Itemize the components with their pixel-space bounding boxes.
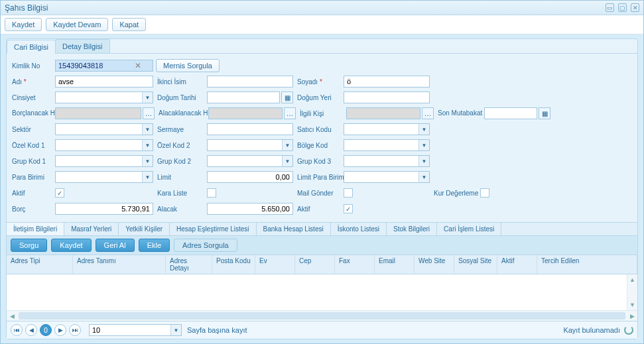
subtab-masraf[interactable]: Masraf Yerleri — [64, 223, 119, 235]
calendar-icon[interactable]: ▦ — [281, 91, 293, 103]
sektor-select[interactable] — [55, 123, 153, 135]
maximize-icon[interactable]: ▢ — [618, 3, 627, 12]
pager-current-page[interactable]: 0 — [40, 324, 52, 336]
save-button[interactable]: Kaydet — [5, 18, 42, 31]
col-sosyal-site[interactable]: Sosyal Site — [454, 255, 497, 274]
page-size-select[interactable] — [89, 324, 182, 336]
form-area: Kimlik No ✕ Mernis Sorgula Adı İkinci İs… — [7, 54, 637, 222]
scroll-down-icon[interactable]: ▼ — [627, 300, 637, 310]
kara-checkbox[interactable] — [207, 188, 216, 198]
close-icon[interactable]: ✕ — [631, 3, 639, 12]
limit-para-select[interactable] — [344, 171, 430, 183]
subtab-stok[interactable]: Stok Bilgileri — [387, 223, 437, 235]
col-email[interactable]: Email — [375, 255, 415, 274]
sorgu-button[interactable]: Sorgu — [11, 239, 47, 252]
chevron-down-icon[interactable]: ▼ — [142, 172, 153, 182]
scroll-up-icon[interactable]: ▲ — [627, 274, 637, 285]
subtab-hesap[interactable]: Hesap Eşleştirme Listesi — [170, 223, 256, 235]
grup3-select[interactable] — [344, 155, 430, 167]
pager-last-button[interactable]: ⏭ — [69, 324, 81, 336]
alacak-input[interactable] — [207, 203, 293, 215]
adres-sorgula-button[interactable]: Adres Sorgula — [174, 239, 237, 252]
minimize-icon[interactable]: ▭ — [606, 3, 614, 12]
limit-input[interactable] — [207, 171, 293, 183]
col-posta-kodu[interactable]: Posta Kodu — [212, 255, 255, 274]
kara-label: Kara Liste — [157, 190, 207, 197]
chevron-down-icon[interactable]: ▼ — [282, 156, 292, 166]
chevron-down-icon[interactable]: ▼ — [419, 156, 429, 166]
mernis-button[interactable]: Mernis Sorgula — [156, 59, 220, 72]
mutabakat-input[interactable] — [484, 107, 537, 119]
dogum-tarihi-input[interactable] — [207, 91, 280, 103]
chevron-down-icon[interactable]: ▼ — [419, 172, 429, 182]
cinsiyet-select[interactable] — [55, 91, 153, 103]
alacaklanacak-lookup-button[interactable]: … — [284, 107, 296, 119]
calendar-icon[interactable]: ▦ — [539, 107, 550, 119]
chevron-down-icon[interactable]: ▼ — [142, 140, 153, 150]
scroll-left-icon[interactable]: ◀ — [7, 311, 17, 321]
pager-first-button[interactable]: ⏮ — [11, 324, 23, 336]
chevron-down-icon[interactable]: ▼ — [142, 156, 153, 166]
col-cep[interactable]: Cep — [295, 255, 335, 274]
subtab-yetkili[interactable]: Yetkili Kişiler — [119, 223, 170, 235]
mail-checkbox[interactable] — [344, 188, 353, 198]
subtab-iskonto[interactable]: İskonto Listesi — [331, 223, 387, 235]
grup2-label: Grup Kod 2 — [157, 158, 207, 165]
ozel1-select[interactable] — [55, 139, 153, 151]
ozel2-select[interactable] — [207, 139, 293, 151]
dogum-yeri-input[interactable] — [344, 91, 430, 103]
col-web-site[interactable]: Web Site — [415, 255, 454, 274]
subtab-islem[interactable]: Cari İşlem Listesi — [437, 223, 501, 235]
chevron-down-icon[interactable]: ▼ — [419, 140, 429, 150]
grup1-select[interactable] — [55, 155, 153, 167]
col-adres-detayi[interactable]: Adres Detayı — [166, 255, 212, 274]
aktif2-checkbox[interactable]: ✓ — [344, 204, 353, 213]
sermaye-input[interactable] — [207, 123, 293, 135]
ekle-button[interactable]: Ekle — [139, 239, 170, 252]
tab-detay[interactable]: Detay Bilgisi — [55, 39, 110, 53]
clear-icon[interactable]: ✕ — [135, 61, 141, 70]
close-button[interactable]: Kapat — [112, 18, 146, 31]
col-fax[interactable]: Fax — [335, 255, 375, 274]
subtab-iletisim[interactable]: İletişim Bilgileri — [7, 223, 64, 235]
col-aktif[interactable]: Aktif — [497, 255, 537, 274]
horizontal-scrollbar[interactable]: ◀ ▶ — [7, 310, 637, 321]
col-ev[interactable]: Ev — [255, 255, 295, 274]
scroll-thumb[interactable] — [19, 312, 625, 319]
aktif-checkbox[interactable]: ✓ — [55, 188, 64, 198]
para-select[interactable] — [55, 171, 153, 183]
chevron-down-icon[interactable]: ▼ — [142, 124, 153, 135]
col-adres-tanimi[interactable]: Adres Tanımı — [73, 255, 166, 274]
mutabakat-label: Son Mutabakat Tarihi — [438, 110, 484, 117]
pager-next-button[interactable]: ▶ — [54, 324, 66, 336]
ilgili-input — [346, 107, 420, 119]
grup2-select[interactable] — [207, 155, 293, 167]
geri-button[interactable]: Geri Al — [96, 239, 135, 252]
col-tercih-edilen[interactable]: Tercih Edilen — [537, 255, 637, 274]
kur-checkbox[interactable] — [480, 188, 489, 198]
borc-input[interactable] — [55, 203, 153, 215]
bolge-select[interactable] — [344, 139, 430, 151]
adi-input[interactable] — [55, 76, 153, 87]
soyadi-input[interactable] — [344, 76, 430, 87]
kimlik-label: Kimlik No — [12, 62, 55, 70]
pager-prev-button[interactable]: ◀ — [25, 324, 37, 336]
col-adres-tipi[interactable]: Adres Tipi — [7, 255, 73, 274]
subtab-banka[interactable]: Banka Hesap Listesi — [257, 223, 331, 235]
tab-cari[interactable]: Cari Bilgisi — [7, 40, 56, 54]
ikinci-input[interactable] — [207, 76, 293, 87]
save-continue-button[interactable]: Kaydet Devam — [46, 18, 108, 31]
grup3-label: Grup Kod 3 — [297, 158, 344, 165]
borclanacak-lookup-button[interactable]: … — [143, 107, 155, 119]
main-toolbar: Kaydet Kaydet Devam Kapat — [1, 15, 643, 34]
refresh-icon[interactable] — [624, 325, 633, 335]
sub-kaydet-button[interactable]: Kaydet — [51, 239, 91, 252]
scroll-right-icon[interactable]: ▶ — [627, 311, 637, 321]
chevron-down-icon[interactable]: ▼ — [142, 92, 153, 103]
vertical-scrollbar[interactable]: ▲ ▼ — [627, 274, 637, 310]
chevron-down-icon[interactable]: ▼ — [170, 325, 181, 335]
chevron-down-icon[interactable]: ▼ — [419, 124, 429, 135]
ilgili-lookup-button[interactable]: … — [422, 107, 434, 119]
satici-select[interactable] — [344, 123, 430, 135]
chevron-down-icon[interactable]: ▼ — [282, 140, 292, 150]
